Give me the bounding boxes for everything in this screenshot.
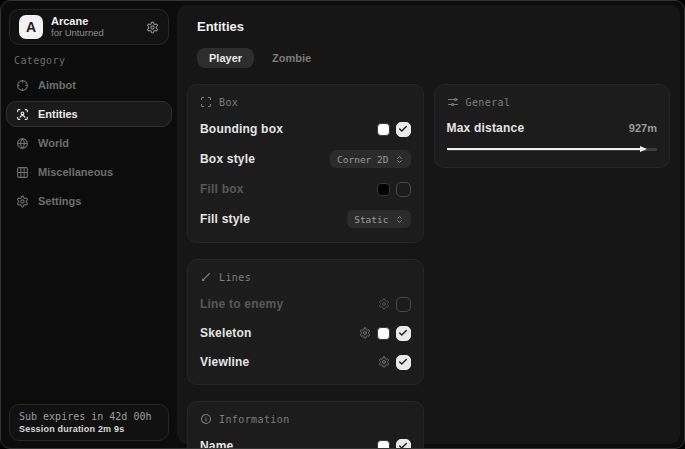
layout-icon (16, 166, 29, 179)
checkbox[interactable] (396, 122, 411, 137)
sidebar-item-label: World (38, 137, 69, 149)
max-distance-slider[interactable] (447, 145, 658, 153)
content-columns: Box Bounding box Box style (187, 84, 670, 449)
left-column: Box Bounding box Box style (187, 84, 424, 449)
tab-bar: Player Zombie (197, 48, 670, 68)
option-row-box-style: Box style Corner 2D (200, 150, 411, 168)
select-value: Static (354, 214, 388, 225)
sidebar-item-label: Miscellaneous (38, 166, 113, 178)
option-label: Skeleton (200, 326, 252, 340)
app-window: A Arcane for Unturned Category Aimbot (0, 0, 685, 449)
subscription-card: Sub expires in 42d 00h Session duration … (9, 404, 169, 441)
box-card: Box Bounding box Box style (187, 84, 424, 243)
general-card: General Max distance 927m (434, 84, 671, 168)
option-label: Max distance (447, 121, 525, 135)
option-row-viewline: Viewline (200, 354, 411, 370)
color-swatch[interactable] (377, 440, 390, 449)
option-label: Fill style (200, 212, 250, 226)
sidebar-item-label: Entities (38, 108, 78, 120)
sidebar-item-world[interactable]: World (6, 130, 172, 156)
chevrons-up-down-icon (395, 155, 404, 164)
gear-icon[interactable] (378, 298, 390, 310)
tab-zombie[interactable]: Zombie (260, 48, 323, 68)
option-label: Bounding box (200, 122, 283, 136)
sidebar-item-label: Settings (38, 195, 81, 207)
info-icon (200, 413, 212, 425)
brand-text: Arcane for Unturned (51, 15, 104, 39)
card-title: Box (219, 97, 238, 108)
line-icon (200, 271, 212, 283)
sidebar-item-miscellaneous[interactable]: Miscellaneous (6, 159, 172, 185)
page-title: Entities (197, 19, 670, 34)
option-row-name: Name (200, 438, 411, 449)
right-column: General Max distance 927m (434, 84, 671, 168)
tab-player[interactable]: Player (197, 48, 254, 68)
brand-card: A Arcane for Unturned (9, 9, 169, 45)
sidebar-item-label: Aimbot (38, 79, 76, 91)
sidebar-item-settings[interactable]: Settings (6, 188, 172, 214)
checkbox[interactable] (396, 439, 411, 449)
slider-fill (447, 148, 642, 150)
sidebar-item-aimbot[interactable]: Aimbot (6, 72, 172, 98)
option-row-line-to-enemy: Line to enemy (200, 296, 411, 312)
gear-icon (16, 195, 29, 208)
option-label: Name (200, 439, 233, 449)
information-card: Information Name Distance (187, 401, 424, 449)
color-swatch[interactable] (377, 327, 390, 340)
general-card-header: General (447, 96, 658, 108)
gear-icon[interactable] (146, 21, 159, 34)
color-swatch[interactable] (377, 123, 390, 136)
sub-expiry-text: Sub expires in 42d 00h (19, 411, 159, 422)
app-subtitle: for Unturned (51, 28, 104, 39)
checkbox[interactable] (396, 182, 411, 197)
max-distance-row: Max distance 927m (447, 121, 658, 135)
color-swatch[interactable] (377, 183, 390, 196)
sidebar: A Arcane for Unturned Category Aimbot (1, 1, 177, 448)
app-title: Arcane (51, 15, 104, 28)
sidebar-nav: Aimbot Entities World Miscellaneous (6, 72, 172, 214)
card-title: Lines (219, 272, 251, 283)
box-card-header: Box (200, 96, 411, 108)
option-label: Fill box (200, 182, 244, 196)
information-card-header: Information (200, 413, 411, 425)
option-row-fill-box: Fill box (200, 181, 411, 197)
lines-card: Lines Line to enemy (187, 259, 424, 385)
checkbox[interactable] (396, 326, 411, 341)
option-label: Box style (200, 152, 255, 166)
checkbox[interactable] (396, 355, 411, 370)
gear-icon[interactable] (378, 356, 390, 368)
card-title: General (466, 97, 511, 108)
option-label: Line to enemy (200, 297, 283, 311)
gear-icon[interactable] (359, 327, 371, 339)
select-value: Corner 2D (337, 154, 388, 165)
option-label: Viewline (200, 355, 249, 369)
scan-icon (200, 96, 212, 108)
fill-style-select[interactable]: Static (347, 210, 410, 228)
app-logo: A (19, 15, 43, 39)
category-label: Category (14, 55, 65, 66)
slider-thumb[interactable] (640, 146, 647, 152)
option-row-fill-style: Fill style Static (200, 210, 411, 228)
chevrons-up-down-icon (395, 215, 404, 224)
session-duration-text: Session duration 2m 9s (19, 424, 159, 434)
lines-card-header: Lines (200, 271, 411, 283)
card-title: Information (219, 414, 290, 425)
option-row-bounding-box: Bounding box (200, 121, 411, 137)
globe-icon (16, 137, 29, 150)
sidebar-item-entities[interactable]: Entities (6, 101, 172, 127)
box-style-select[interactable]: Corner 2D (330, 150, 410, 168)
option-row-skeleton: Skeleton (200, 325, 411, 341)
checkbox[interactable] (396, 297, 411, 312)
person-scan-icon (16, 108, 29, 121)
sliders-icon (447, 96, 459, 108)
max-distance-value: 927m (629, 122, 657, 134)
crosshair-icon (16, 79, 29, 92)
main-panel: Entities Player Zombie Box Bounding box (177, 5, 680, 444)
